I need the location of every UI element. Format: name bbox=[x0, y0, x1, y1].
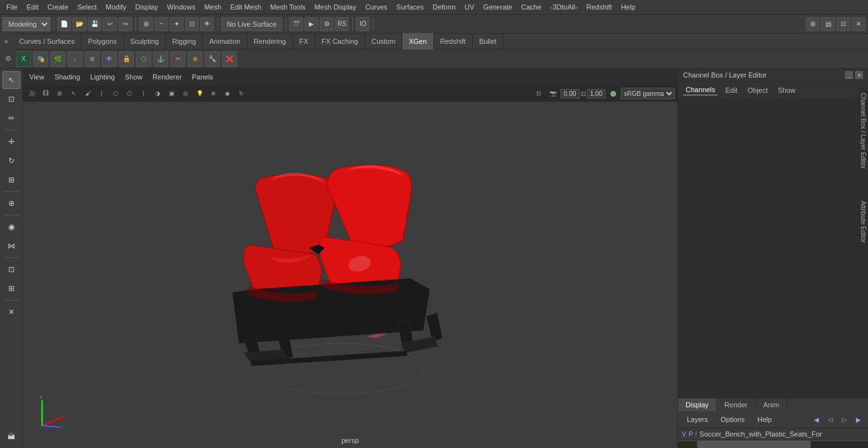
menu-file[interactable]: File bbox=[3, 2, 22, 12]
vtab-cb-label[interactable]: Channel Box / Layer Editor bbox=[858, 88, 868, 174]
menu-edit[interactable]: Edit bbox=[23, 2, 43, 12]
render-settings-btn[interactable]: ⚙ bbox=[320, 17, 334, 31]
soft-select-btn[interactable]: ◉ bbox=[3, 218, 20, 236]
tab-anim[interactable]: Anim bbox=[756, 398, 787, 411]
ipr-btn[interactable]: ▶ bbox=[304, 17, 318, 31]
tab-fx-caching[interactable]: FX Caching bbox=[315, 33, 365, 50]
vp-icon-select[interactable]: ↖ bbox=[67, 87, 80, 100]
vp-icon-xray[interactable]: ◉ bbox=[221, 87, 234, 100]
menu-select[interactable]: Select bbox=[74, 2, 101, 12]
menu-mesh-display[interactable]: Mesh Display bbox=[311, 2, 360, 12]
shelf-btn-10[interactable]: ✂ bbox=[170, 51, 186, 67]
input-output-btn[interactable]: IO bbox=[356, 17, 370, 31]
shelf-btn-3[interactable]: 🌿 bbox=[50, 51, 65, 67]
vp-icon-shaded[interactable]: ◑ bbox=[151, 87, 164, 100]
tab-fx[interactable]: FX bbox=[293, 33, 315, 50]
open-file-btn[interactable]: 📂 bbox=[72, 17, 86, 31]
menu-windows[interactable]: Windows bbox=[163, 2, 200, 12]
rs-btn[interactable]: RS bbox=[335, 17, 349, 31]
tab-sculpting[interactable]: Sculpting bbox=[124, 33, 166, 50]
layer-delete-icon[interactable]: ◁ bbox=[825, 414, 836, 425]
menu-edit-mesh[interactable]: Edit Mesh bbox=[226, 2, 265, 12]
tab-custom[interactable]: Custom bbox=[365, 33, 403, 50]
snap-point-btn[interactable]: ✦ bbox=[170, 17, 184, 31]
vp-icon-wireframe[interactable]: ⬡ bbox=[109, 87, 122, 100]
layer-options-icon[interactable]: ▷ bbox=[839, 414, 850, 425]
color-space-select[interactable]: sRGB gamma bbox=[621, 88, 675, 99]
help-btn[interactable]: Help bbox=[752, 414, 777, 424]
options-btn[interactable]: Options bbox=[715, 414, 750, 424]
scrollbar-thumb[interactable] bbox=[697, 441, 811, 448]
vp-icon-snap[interactable]: ⊡ bbox=[532, 87, 545, 100]
snap-surface-btn[interactable]: ⊡ bbox=[185, 17, 199, 31]
lasso-tool-btn[interactable]: ⊡ bbox=[3, 90, 20, 108]
menu-mesh-tools[interactable]: Mesh Tools bbox=[266, 2, 309, 12]
layers-btn[interactable]: Layers bbox=[682, 414, 713, 424]
snap-btn[interactable]: ⊡ bbox=[3, 261, 20, 278]
show-hide-btn[interactable]: ✕ bbox=[3, 303, 20, 321]
vp-icon-ao[interactable]: ◎ bbox=[179, 87, 192, 100]
tab-redshift[interactable]: Redshift bbox=[434, 33, 473, 50]
shelf-btn-1[interactable]: X bbox=[16, 51, 31, 67]
vp-menu-panels[interactable]: Panels bbox=[189, 72, 216, 82]
shelf-btn-12[interactable]: 🔧 bbox=[205, 51, 220, 67]
undo-btn[interactable]: ↩ bbox=[103, 17, 117, 31]
menu-3dtall[interactable]: -3DtoAll- bbox=[546, 2, 581, 12]
shelf-btn-11[interactable]: ⊛ bbox=[187, 51, 203, 67]
rotate-tool-btn[interactable]: ↻ bbox=[3, 152, 20, 170]
shelf-btn-5[interactable]: ⊕ bbox=[85, 51, 100, 67]
vp-icon-paint[interactable]: 🖌 bbox=[81, 87, 94, 100]
tab-rigging[interactable]: Rigging bbox=[166, 33, 203, 50]
scale-tool-btn[interactable]: ⊞ bbox=[3, 171, 20, 189]
snap-curve-btn[interactable]: ~ bbox=[154, 17, 168, 31]
move-tool-btn[interactable]: ✛ bbox=[3, 133, 20, 151]
layer-add-icon[interactable]: ◀ bbox=[811, 414, 822, 425]
cb-tab-edit[interactable]: Edit bbox=[722, 85, 740, 95]
menu-redshift[interactable]: Redshift bbox=[583, 2, 616, 12]
tab-xgen[interactable]: XGen bbox=[402, 33, 433, 50]
layer-visibility[interactable]: V bbox=[682, 431, 686, 438]
symmetry-btn[interactable]: ⋈ bbox=[3, 237, 20, 255]
layout-btn-1[interactable]: ⊞ bbox=[806, 17, 820, 31]
shelf-btn-2[interactable]: 🎭 bbox=[33, 51, 48, 67]
menu-modify[interactable]: Modify bbox=[102, 2, 130, 12]
render-btn[interactable]: 🎬 bbox=[289, 17, 303, 31]
menu-create[interactable]: Create bbox=[44, 2, 72, 12]
vp-icon-cam2[interactable]: 📷 bbox=[546, 87, 559, 100]
shelf-btn-7[interactable]: 🔒 bbox=[119, 51, 134, 67]
menu-surfaces[interactable]: Surfaces bbox=[393, 2, 428, 12]
shelf-btn-4[interactable]: ↓ bbox=[67, 51, 83, 67]
vp-icon-shadow[interactable]: ⊕ bbox=[207, 87, 220, 100]
layer-name[interactable]: Soccer_Bench_with_Plastic_Seats_For bbox=[700, 430, 864, 438]
workspace-select[interactable]: Modeling bbox=[3, 17, 50, 31]
layout-btn-2[interactable]: ▤ bbox=[821, 17, 835, 31]
tab-rendering[interactable]: Rendering bbox=[247, 33, 293, 50]
layer-refresh-icon[interactable]: ▶ bbox=[853, 414, 864, 425]
vp-icon-refresh[interactable]: ↻ bbox=[235, 87, 248, 100]
tab-display[interactable]: Display bbox=[678, 398, 717, 411]
layout-btn-4[interactable]: ✕ bbox=[851, 17, 865, 31]
vp-icon-grid[interactable]: ⊞ bbox=[53, 87, 66, 100]
vp-menu-shading[interactable]: Shading bbox=[52, 72, 83, 82]
cb-tab-channels[interactable]: Channels bbox=[683, 85, 717, 95]
snap-view-btn[interactable]: 👁 bbox=[200, 17, 214, 31]
rp-minimize-btn[interactable]: _ bbox=[845, 71, 853, 79]
menu-cache[interactable]: Cache bbox=[517, 2, 545, 12]
menu-uv[interactable]: UV bbox=[461, 2, 478, 12]
live-surface-btn[interactable]: No Live Surface bbox=[221, 17, 282, 31]
shelf-btn-13[interactable]: ❌ bbox=[222, 51, 237, 67]
vp-menu-show[interactable]: Show bbox=[123, 72, 146, 82]
tab-render[interactable]: Render bbox=[717, 398, 756, 411]
menu-deform[interactable]: Deform bbox=[429, 2, 459, 12]
vp-icon-textured[interactable]: ▣ bbox=[165, 87, 178, 100]
menu-generate[interactable]: Generate bbox=[479, 2, 516, 12]
shelf-btn-8[interactable]: ⬡ bbox=[136, 51, 151, 67]
viewport-3d[interactable]: X Y Z persp bbox=[23, 102, 677, 448]
vp-menu-renderer[interactable]: Renderer bbox=[150, 72, 184, 82]
tab-curves-surfaces[interactable]: Curves / Surfaces bbox=[13, 33, 81, 50]
shelf-btn-6[interactable]: 👁 bbox=[102, 51, 117, 67]
rp-close-btn[interactable]: ✕ bbox=[855, 71, 863, 79]
vp-icon-film[interactable]: 🎞 bbox=[39, 87, 52, 100]
vp-icon-lights[interactable]: 💡 bbox=[193, 87, 206, 100]
vtab-attr-label[interactable]: Attribute Editor bbox=[858, 196, 868, 248]
